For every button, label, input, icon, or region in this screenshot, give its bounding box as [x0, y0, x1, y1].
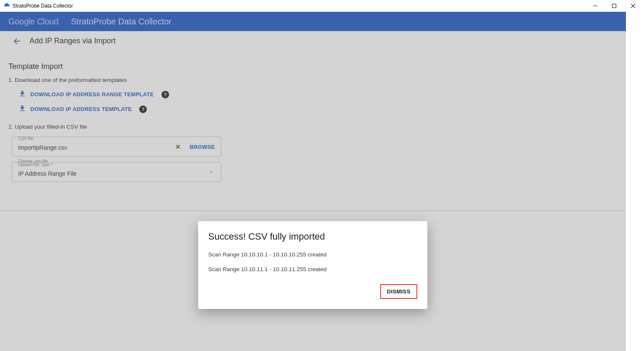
window-close-button[interactable]: [623, 0, 642, 12]
scrollbar-gutter: [626, 12, 644, 351]
success-dialog: Success! CSV fully imported Scan Range 1…: [198, 221, 427, 309]
window-maximize-button[interactable]: [604, 0, 623, 12]
dialog-message-2: Scan Range 10.10.11.1 - 10.10.11.255 cre…: [208, 266, 417, 272]
app-icon: [3, 3, 10, 9]
dialog-message-1: Scan Range 10.10.10.1 - 10.10.10.255 cre…: [208, 251, 417, 258]
svg-rect-1: [612, 4, 616, 8]
window-title: StratoProbe Data Collector: [13, 3, 73, 9]
modal-overlay: Success! CSV fully imported Scan Range 1…: [0, 12, 626, 351]
window-title-bar: StratoProbe Data Collector: [0, 0, 644, 12]
dismiss-button[interactable]: DISMISS: [380, 284, 417, 299]
dialog-title: Success! CSV fully imported: [208, 231, 417, 242]
window-minimize-button[interactable]: [586, 0, 604, 12]
